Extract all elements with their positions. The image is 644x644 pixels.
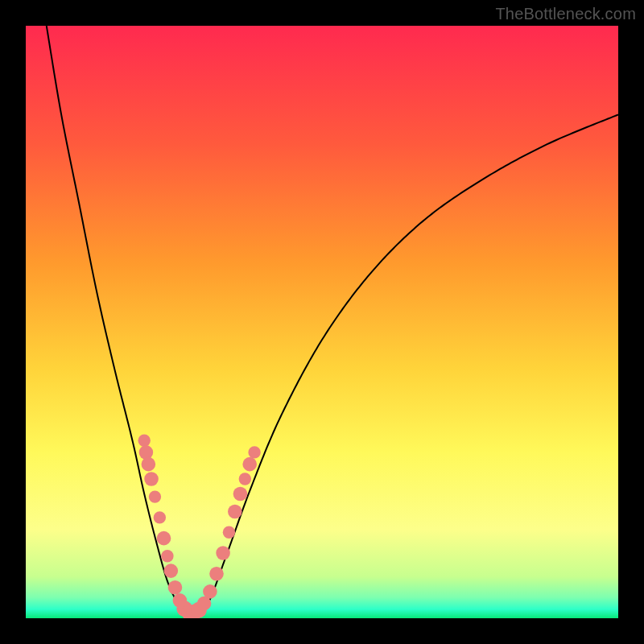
marker-dot (203, 584, 217, 599)
marker-dot (161, 550, 173, 562)
plot-area (26, 26, 618, 618)
highlight-dots (138, 435, 261, 619)
marker-dot (139, 445, 154, 460)
marker-dot (149, 490, 161, 502)
marker-dot (142, 457, 156, 472)
marker-dot (223, 526, 235, 539)
marker-dot (144, 472, 159, 486)
marker-dot (157, 531, 171, 546)
bottleneck-curve (47, 26, 618, 617)
marker-dot (228, 505, 242, 519)
curve-layer (26, 26, 618, 618)
watermark-text: TheBottleneck.com (495, 5, 636, 23)
marker-dot (154, 511, 166, 523)
chart-frame: TheBottleneck.com (0, 0, 644, 644)
marker-dot (233, 487, 248, 502)
marker-dot (248, 446, 260, 458)
marker-dot (138, 435, 151, 447)
marker-dot (168, 580, 183, 595)
marker-dot (239, 473, 251, 485)
marker-dot (164, 564, 179, 578)
marker-dot (242, 457, 257, 472)
marker-dot (216, 546, 230, 560)
marker-dot (209, 567, 224, 581)
